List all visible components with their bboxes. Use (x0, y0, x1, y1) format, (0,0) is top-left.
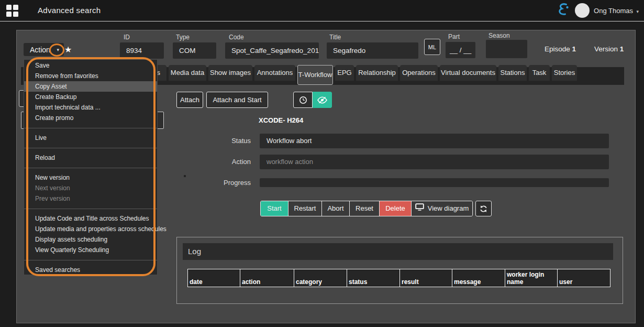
menu-item-next-version: Next version (24, 183, 157, 193)
hide-preview-button[interactable] (313, 92, 332, 108)
version-indicator: Version 1 (594, 45, 624, 53)
screen: Advanced search Ong Thomas ▾ ID 8934 Typ… (0, 0, 644, 327)
log-col-user[interactable]: user (558, 269, 610, 287)
log-col-message[interactable]: message (452, 269, 505, 287)
user-name: Ong Thomas (594, 7, 633, 15)
version-label: Version (594, 45, 618, 53)
menu-separator (24, 128, 157, 128)
favorite-star-icon[interactable]: ★ (64, 45, 72, 54)
menu-item-remove-from-favorites[interactable]: Remove from favorites (24, 71, 157, 81)
title-input[interactable]: Segafredo (327, 42, 418, 59)
menu-item-copy-asset[interactable]: Copy Asset (24, 81, 157, 92)
caret-down-icon: ▾ (57, 47, 59, 52)
log-header: Log (183, 243, 613, 260)
tab-epg[interactable]: EPG (335, 65, 354, 81)
menu-item-live[interactable]: Live (24, 133, 157, 143)
log-col-result[interactable]: result (400, 269, 452, 287)
refresh-icon (480, 205, 487, 213)
log-col-status[interactable]: status (347, 269, 400, 287)
tab-relationship[interactable]: Relationship (356, 65, 398, 81)
title-label: Title (329, 34, 341, 41)
menu-separator (24, 260, 157, 260)
tab-stories[interactable]: Stories (552, 65, 577, 81)
tab-annotations[interactable]: Annotations (254, 65, 295, 81)
menu-item-new-version[interactable]: New version (24, 172, 157, 183)
tab-show-images[interactable]: Show images (208, 65, 252, 81)
action-dropdown-button[interactable]: Action ▾ (24, 43, 64, 56)
log-col-action[interactable]: action (240, 269, 294, 287)
season-input[interactable] (486, 40, 527, 58)
tab-stations[interactable]: Stations (498, 65, 527, 81)
status-label: Status (198, 137, 251, 145)
menu-item-display-assets-scheduling[interactable]: Display assets scheduling (24, 234, 157, 245)
menu-item-prev-version: Prev version (24, 193, 157, 204)
refresh-button[interactable] (475, 201, 492, 216)
id-input[interactable]: 8934 (120, 42, 164, 59)
brand-logo-icon (555, 2, 571, 19)
version-value: 1 (620, 45, 624, 53)
menu-item-create-backup[interactable]: Create Backup (24, 92, 157, 102)
progress-label: Progress (198, 179, 251, 187)
workflow-button-group: Start Restart Abort Reset Delete View di… (260, 201, 473, 216)
menu-item-update-code-title[interactable]: Update Code and Title across Schedules (24, 213, 157, 224)
season-label: Season (488, 32, 510, 39)
menu-item-import-technical-data[interactable]: Import technical data ... (24, 102, 157, 113)
log-col-worker-login-name[interactable]: worker login name (505, 269, 558, 287)
menu-item-create-promo[interactable]: Create promo (24, 113, 157, 123)
action-button-label: Action (30, 46, 50, 54)
menu-separator (24, 148, 157, 148)
delete-button[interactable]: Delete (379, 201, 411, 216)
log-panel: Log date action category status result m… (176, 237, 623, 304)
ml-button[interactable]: ML (424, 39, 440, 55)
schedule-clock-button[interactable] (293, 92, 313, 108)
episode-value: 1 (572, 45, 576, 53)
view-diagram-label: View diagram (428, 201, 469, 216)
menu-item-view-quarterly-scheduling[interactable]: View Quarterly Scheduling (24, 245, 157, 255)
xcode-section-title: XCODE- H264 (259, 116, 303, 124)
workflow-action-input[interactable]: workflow action (260, 155, 609, 169)
attach-button[interactable]: Attach (176, 92, 203, 108)
monitor-icon (415, 201, 424, 216)
type-label: Type (176, 34, 190, 41)
attach-and-start-button[interactable]: Attach and Start (206, 92, 268, 108)
reset-button[interactable]: Reset (349, 201, 379, 216)
workflow-action-label: Action (198, 158, 251, 166)
tab-t-workflow[interactable]: T-Workflow (297, 65, 333, 85)
apps-grid-icon[interactable] (6, 5, 18, 17)
tab-media-data[interactable]: Media data (169, 65, 206, 81)
user-menu[interactable]: Ong Thomas ▾ (594, 6, 639, 15)
progress-bar (260, 178, 609, 187)
menu-item-update-media-properties[interactable]: Update media and properties across sched… (24, 224, 157, 234)
id-label: ID (124, 34, 130, 41)
log-col-date[interactable]: date (188, 269, 240, 287)
code-label: Code (229, 34, 244, 41)
top-bar: Advanced search Ong Thomas ▾ (0, 0, 644, 21)
menu-item-save[interactable]: Save (24, 60, 157, 71)
view-diagram-button[interactable]: View diagram (411, 201, 472, 216)
menu-separator (24, 209, 157, 209)
tab-task[interactable]: Task (529, 65, 550, 81)
eye-off-icon (317, 96, 327, 104)
menu-item-reload[interactable]: Reload (24, 152, 157, 163)
log-table: date action category status result messa… (187, 269, 610, 287)
part-input[interactable]: __ / __ (446, 42, 475, 58)
tab-virtual-documents[interactable]: Virtual documents (440, 65, 496, 81)
action-dropdown-menu: Save Remove from favorites Copy Asset Cr… (24, 59, 158, 275)
status-field[interactable]: Workflow abort (260, 134, 609, 148)
menu-separator (24, 168, 157, 168)
clock-icon (299, 96, 307, 104)
abort-button[interactable]: Abort (321, 201, 349, 216)
menu-item-saved-searches[interactable]: Saved searches (24, 265, 157, 275)
part-label: Part (448, 33, 460, 40)
chevron-down-icon: ▾ (635, 9, 639, 14)
episode-label: Episode (545, 45, 570, 53)
user-avatar[interactable] (575, 3, 590, 18)
episode-indicator: Episode 1 (545, 45, 576, 53)
stray-dot (184, 175, 186, 177)
log-col-category[interactable]: category (294, 269, 347, 287)
start-button[interactable]: Start (261, 201, 288, 216)
type-input[interactable]: COM (173, 42, 216, 59)
restart-button[interactable]: Restart (288, 201, 321, 216)
code-input[interactable]: Spot_Caffe_Segafredo_201 (225, 42, 319, 59)
tab-operations[interactable]: Operations (400, 65, 438, 81)
